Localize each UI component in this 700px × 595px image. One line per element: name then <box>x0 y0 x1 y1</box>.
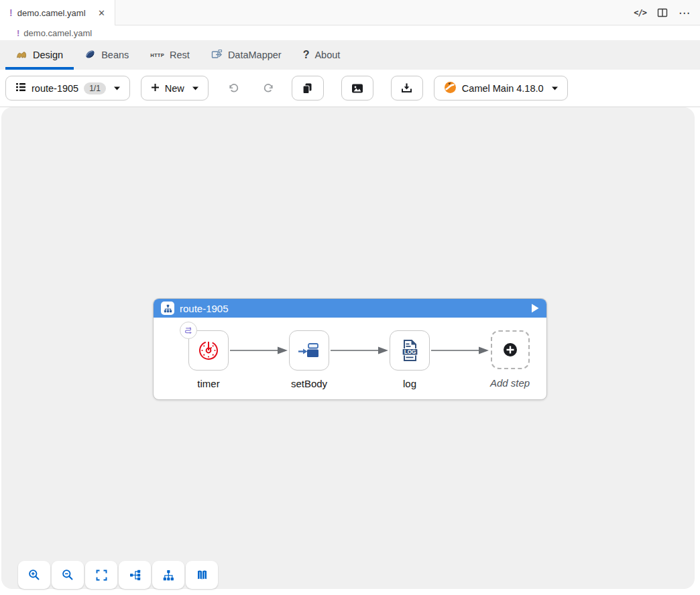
tab-datamapper[interactable]: DataMapper <box>200 40 292 70</box>
editor-tab-bar: ! demo.camel.yaml ✕ </> ⋯ <box>0 0 700 25</box>
tab-about[interactable]: ? About <box>292 40 351 70</box>
timer-icon <box>196 338 221 362</box>
new-flow-label: New <box>165 83 184 94</box>
route-count-badge: 1/1 <box>84 82 106 94</box>
setbody-icon <box>297 338 321 362</box>
route-selector-dropdown[interactable]: route-1905 1/1 <box>5 76 130 101</box>
runtime-selector-dropdown[interactable]: Camel Main 4.18.0 <box>434 76 568 101</box>
open-source-code-icon[interactable]: </> <box>634 8 646 17</box>
tab-rest[interactable]: HTTP Rest <box>139 40 200 70</box>
tab-datamapper-label: DataMapper <box>228 50 282 60</box>
plus-circle-icon <box>502 342 518 358</box>
setbody-node[interactable] <box>289 330 329 371</box>
chevron-down-icon <box>192 86 198 90</box>
route-icon <box>161 302 174 315</box>
step-add[interactable]: Add step <box>490 330 530 389</box>
zoom-in-button[interactable] <box>18 561 50 589</box>
kaoto-tab-bar: Design Beans HTTP Rest DataMapper ? Abou… <box>0 40 700 70</box>
editor-tab-demo-camel-yaml[interactable]: ! demo.camel.yaml ✕ <box>0 0 115 25</box>
camel-icon <box>16 49 27 61</box>
question-icon: ? <box>303 49 310 61</box>
breadcrumb: ! demo.camel.yaml <box>0 25 700 40</box>
more-actions-icon[interactable]: ⋯ <box>679 6 691 20</box>
tab-about-label: About <box>314 50 340 60</box>
run-route-play-icon[interactable] <box>531 304 539 313</box>
step-timer[interactable]: timer <box>188 330 229 389</box>
log-node-label: log <box>403 378 416 389</box>
route-badge-icon <box>180 322 197 339</box>
chevron-down-icon <box>552 86 558 90</box>
add-step-placeholder[interactable] <box>491 330 530 369</box>
tab-bar-empty-space <box>115 0 700 25</box>
redo-button[interactable] <box>257 76 281 101</box>
tab-design-label: Design <box>33 50 63 60</box>
add-step-label: Add step <box>490 377 530 389</box>
copy-flow-button[interactable] <box>292 76 324 101</box>
tab-beans[interactable]: Beans <box>74 40 139 70</box>
editor-tab-title: demo.camel.yaml <box>17 8 86 18</box>
log-icon: LOG <box>398 338 422 362</box>
edge-arrow <box>229 346 289 355</box>
route-selector-label: route-1905 <box>32 83 78 94</box>
new-flow-dropdown[interactable]: New <box>141 76 209 101</box>
export-image-button[interactable] <box>341 76 373 101</box>
timer-node-label: timer <box>197 378 219 389</box>
tab-rest-label: Rest <box>170 50 190 60</box>
runtime-selector-label: Camel Main 4.18.0 <box>462 83 544 94</box>
canvas-controls <box>18 561 218 589</box>
svg-text:LOG: LOG <box>404 349 416 355</box>
http-icon: HTTP <box>150 52 164 58</box>
fit-to-screen-button[interactable] <box>85 561 117 589</box>
bean-icon <box>84 49 96 62</box>
route-list-icon <box>15 82 26 94</box>
breadcrumb-file-item[interactable]: demo.camel.yaml <box>23 28 92 38</box>
route-title: route-1905 <box>180 303 229 314</box>
zoom-out-button[interactable] <box>52 561 84 589</box>
tab-beans-label: Beans <box>101 50 129 60</box>
yaml-file-icon: ! <box>17 28 19 38</box>
split-editor-icon[interactable] <box>657 7 668 18</box>
download-button[interactable] <box>391 76 423 101</box>
yaml-file-icon: ! <box>9 7 13 18</box>
vertical-layout-button[interactable] <box>152 561 184 589</box>
tab-design[interactable]: Design <box>5 40 74 70</box>
route-group-header[interactable]: route-1905 <box>154 299 546 318</box>
step-setbody[interactable]: setBody <box>289 330 329 389</box>
step-log[interactable]: LOG log <box>390 330 430 389</box>
camel-logo-icon <box>444 81 457 96</box>
route-body: timer setBody <box>154 318 546 389</box>
chevron-down-icon <box>114 86 120 90</box>
catalog-book-button[interactable] <box>186 561 218 589</box>
edge-arrow <box>329 346 390 355</box>
log-node[interactable]: LOG <box>390 330 430 371</box>
undo-button[interactable] <box>222 76 246 101</box>
kaoto-toolbar: route-1905 1/1 New Camel Main 4. <box>0 70 700 107</box>
close-icon[interactable]: ✕ <box>95 7 108 19</box>
setbody-node-label: setBody <box>291 378 327 389</box>
plus-icon <box>151 83 160 94</box>
route-group[interactable]: route-1905 <box>153 298 547 400</box>
design-canvas[interactable]: route-1905 <box>1 107 695 589</box>
datamapper-icon <box>211 49 223 62</box>
horizontal-layout-button[interactable] <box>119 561 151 589</box>
edge-arrow <box>430 346 490 355</box>
